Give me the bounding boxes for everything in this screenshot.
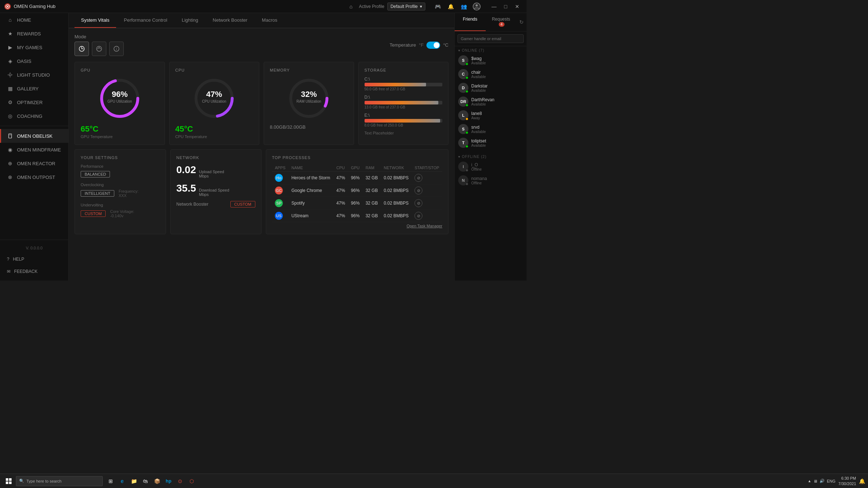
friend-item-offline[interactable]: N nomana Offline [455, 174, 527, 187]
profile-icon[interactable] [472, 1, 482, 12]
mode-btn-dashboard[interactable] [75, 42, 89, 56]
friend-item-online[interactable]: L lane8 Away [455, 108, 527, 122]
process-gpu: 96% [348, 184, 362, 197]
friend-item-online[interactable]: S srvd Available [455, 122, 527, 136]
friends-list: ▾ ONLINE (7) S $wag Available C chair Av… [455, 46, 527, 281]
process-stop-button[interactable]: ⊘ [414, 199, 422, 207]
profile-dropdown[interactable]: Default Profile ▾ [387, 3, 425, 10]
requests-badge: 4 [499, 22, 505, 27]
upload-speed-unit: Mbps [199, 174, 224, 178]
sidebar-item-oasis[interactable]: ◈ OASIS [0, 54, 68, 68]
open-task-manager-link[interactable]: Open Task Manager [272, 224, 442, 228]
friend-status-text: Offline [471, 181, 523, 185]
temp-unit-toggle[interactable] [426, 42, 440, 49]
tab-lighting[interactable]: Lighting [175, 13, 205, 28]
outpost-icon: ⊗ [7, 174, 13, 180]
process-stop-cell: ⊘ [412, 197, 442, 210]
friend-avatar: N [458, 175, 468, 185]
friend-item-online[interactable]: C chair Available [455, 67, 527, 81]
online-chevron[interactable]: ▾ [458, 48, 460, 52]
drive-c-track [365, 83, 443, 86]
network-booster-value[interactable]: CUSTOM [230, 201, 255, 207]
drive-d-track [365, 101, 443, 104]
process-stop-button[interactable]: ⊘ [414, 212, 422, 220]
mode-btn-info[interactable]: i [109, 42, 124, 56]
friend-item-online[interactable]: D Darkstar Available [455, 81, 527, 95]
friend-avatar: T [458, 138, 468, 148]
friends-tab-friends[interactable]: Friends [455, 13, 486, 31]
svg-text:RAM Utilization: RAM Utilization [297, 99, 321, 103]
friend-item-offline[interactable]: I i_O Offline [455, 160, 527, 174]
processes-table: APPS NAME CPU GPU RAM NETWORK START/STOP [272, 164, 442, 222]
mode-row: Mode [75, 34, 448, 56]
sidebar-item-feedback[interactable]: ✉ FEEDBACK [0, 265, 68, 278]
temp-label: Temperature [390, 42, 416, 48]
overclocking-label: Overclocking [81, 183, 160, 187]
minimize-button[interactable]: — [489, 1, 499, 12]
online-label: ONLINE (7) [462, 48, 484, 52]
process-cpu: 47% [333, 184, 348, 197]
online-friends-list: S $wag Available C chair Available D Dar… [455, 53, 527, 150]
sidebar-item-light-studio[interactable]: LIGHT STUDIO [0, 68, 68, 82]
friends-nav-icon[interactable]: 👥 [459, 1, 469, 12]
friend-name: toliptset [471, 138, 523, 144]
tab-performance-control[interactable]: Performance Control [118, 13, 174, 28]
offline-friends-list: I i_O Offline N nomana Offline [455, 160, 527, 187]
performance-label: Performance [81, 164, 160, 168]
friend-avatar: L [458, 110, 468, 120]
friend-name: i_O [471, 162, 523, 167]
undervolting-value[interactable]: CUSTOM [81, 210, 106, 217]
friends-search-input[interactable] [458, 34, 524, 43]
sidebar-item-my-games[interactable]: ▶ MY GAMES [0, 40, 68, 54]
performance-value[interactable]: BALANCED [81, 171, 110, 177]
process-stop-button[interactable]: ⊘ [414, 187, 422, 194]
tab-network-booster[interactable]: Network Booster [206, 13, 254, 28]
friend-name: srvd [471, 125, 523, 130]
home-nav-button[interactable]: ⌂ [346, 1, 356, 12]
tab-system-vitals[interactable]: System Vitals [75, 13, 116, 28]
close-button[interactable]: ✕ [512, 1, 522, 12]
sidebar-item-optimizer[interactable]: ⚙ OPTIMIZER [0, 95, 68, 109]
memory-donut-container: 32% RAM Utilization [270, 77, 348, 120]
core-voltage-value: -0.140v [110, 214, 134, 218]
sidebar-item-omen-reactor[interactable]: ⊕ OMEN REACTOR [0, 157, 68, 170]
sidebar-item-coaching[interactable]: ◎ COACHING [0, 109, 68, 123]
upload-speed-label: Upload Speed [199, 170, 224, 174]
sidebar-label-omen-mindframe: OMEN MINDFRAME [17, 147, 61, 153]
friend-item-online[interactable]: T toliptset Available [455, 136, 527, 150]
col-name: NAME [289, 164, 333, 172]
sidebar-item-omen-obelisk[interactable]: OMEN OBELISK [0, 129, 68, 143]
title-bar: OMEN Gaming Hub ⌂ Active Profile Default… [0, 0, 527, 13]
sidebar-item-gallery[interactable]: ▦ GALLERY [0, 82, 68, 95]
friend-info: srvd Available [471, 125, 523, 134]
process-stop-button[interactable]: ⊘ [414, 174, 422, 182]
process-app-icon: US [275, 212, 283, 220]
gpu-donut-chart: 96% GPU Utilization [98, 77, 141, 120]
controller-icon[interactable]: 🎮 [433, 1, 443, 12]
sidebar-item-omen-mindframe[interactable]: ◉ OMEN MINDFRAME [0, 143, 68, 157]
sidebar-item-rewards[interactable]: ★ REWARDS [0, 27, 68, 40]
processes-title: TOP PROCESSES [272, 155, 442, 160]
friend-status-dot [465, 90, 468, 93]
overclocking-setting-row: Overclocking INTELLIGENT Frequency: XXX [81, 183, 160, 198]
main-layout: ⌂ HOME ★ REWARDS ▶ MY GAMES ◈ OASIS [0, 13, 527, 281]
process-network: 0.02 BMBPS [381, 184, 412, 197]
help-icon: ? [7, 257, 9, 262]
mode-btn-performance[interactable] [92, 42, 106, 56]
svg-rect-10 [9, 134, 11, 135]
tab-macros[interactable]: Macros [255, 13, 284, 28]
sidebar-item-help[interactable]: ? HELP [0, 253, 68, 265]
overclocking-value[interactable]: INTELLIGENT [81, 190, 114, 197]
friends-tab-requests[interactable]: Requests 4 [486, 13, 517, 31]
maximize-button[interactable]: □ [501, 1, 511, 12]
friend-info: i_O Offline [471, 162, 523, 171]
offline-chevron[interactable]: ▾ [458, 155, 460, 159]
network-card: NETWORK 0.02 Upload Speed Mbps [170, 149, 262, 234]
friend-item-online[interactable]: S $wag Available [455, 53, 527, 67]
refresh-button[interactable]: ↻ [516, 13, 527, 31]
sidebar-item-omen-outpost[interactable]: ⊗ OMEN OUTPOST [0, 170, 68, 184]
friend-item-online[interactable]: DR DarthRevan Available [455, 95, 527, 108]
sidebar-item-home[interactable]: ⌂ HOME [0, 13, 68, 27]
notification-icon[interactable]: 🔔 [446, 1, 456, 12]
frequency-label: Frequency: [119, 189, 139, 193]
